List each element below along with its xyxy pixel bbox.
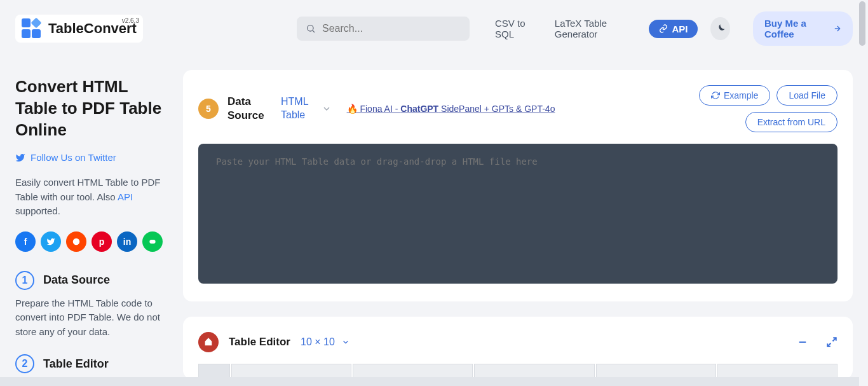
pdf-icon xyxy=(198,332,219,352)
social-row: f p in xyxy=(15,231,168,252)
chevron-down-icon xyxy=(341,338,350,347)
pinterest-icon[interactable]: p xyxy=(92,231,112,252)
logo[interactable]: TableConvert v2.6.3 xyxy=(15,15,143,43)
svg-point-0 xyxy=(308,25,313,31)
step-1-number: 1 xyxy=(15,271,34,290)
step-1-title: Data Source xyxy=(43,273,110,287)
page-title: Convert HTML Table to PDF Table Online xyxy=(15,76,168,141)
arrow-right-icon xyxy=(833,24,841,34)
load-file-button[interactable]: Load File xyxy=(776,85,837,106)
coffee-button[interactable]: Buy Me a Coffee xyxy=(753,11,853,46)
refresh-icon xyxy=(711,91,720,100)
coffee-label: Buy Me a Coffee xyxy=(764,18,827,39)
twitter-link[interactable]: Follow Us on Twitter xyxy=(15,152,168,163)
html5-icon: 5 xyxy=(198,99,219,119)
linkedin-icon[interactable]: in xyxy=(117,231,137,252)
expand-icon[interactable] xyxy=(826,336,837,348)
search-icon xyxy=(306,23,316,34)
step-2-header: 2 Table Editor xyxy=(15,354,168,373)
facebook-icon[interactable]: f xyxy=(15,231,36,252)
sidebar: Convert HTML Table to PDF Table Online F… xyxy=(15,57,168,386)
svg-line-1 xyxy=(313,31,315,32)
twitter-share-icon[interactable] xyxy=(41,231,61,252)
editor-title: Table Editor xyxy=(229,336,290,348)
nav-latex-generator[interactable]: LaTeX Table Generator xyxy=(555,18,629,39)
scrollbar-horizontal[interactable] xyxy=(0,377,859,386)
promo-link[interactable]: 🔥 Fiona AI - ChatGPT SidePanel + GPTs & … xyxy=(347,104,555,114)
version-label: v2.6.3 xyxy=(122,17,139,24)
example-button[interactable]: Example xyxy=(699,85,770,106)
page-description: Easily convert HTML Table to PDF Table w… xyxy=(15,176,168,219)
minimize-icon[interactable] xyxy=(797,336,808,348)
moon-icon xyxy=(715,23,726,34)
theme-toggle[interactable] xyxy=(710,17,730,40)
step-2-title: Table Editor xyxy=(43,357,109,371)
api-label: API xyxy=(672,24,688,34)
step-1-header: 1 Data Source xyxy=(15,271,168,290)
data-source-label: DataSource xyxy=(227,95,272,123)
svg-rect-4 xyxy=(149,240,155,244)
logo-icon xyxy=(22,18,42,39)
scrollbar-vertical[interactable] xyxy=(858,0,867,386)
twitter-icon xyxy=(15,153,25,163)
api-link[interactable]: API xyxy=(118,191,133,202)
source-textarea[interactable] xyxy=(198,144,837,284)
twitter-label: Follow Us on Twitter xyxy=(31,152,116,163)
search-input[interactable] xyxy=(322,23,461,34)
table-editor-card: Table Editor 10 × 10 xyxy=(183,317,853,379)
grid-size-dropdown[interactable]: 10 × 10 xyxy=(301,336,350,348)
link-icon xyxy=(659,24,668,33)
top-header: TableConvert v2.6.3 CSV to SQL LaTeX Tab… xyxy=(0,0,868,57)
source-type-dropdown[interactable]: HTMLTable xyxy=(281,95,332,122)
nav-csv-to-sql[interactable]: CSV to SQL xyxy=(495,18,534,39)
data-source-card: 5 DataSource HTMLTable 🔥 Fiona AI - Chat… xyxy=(183,70,853,301)
chevron-down-icon xyxy=(322,104,332,114)
extract-url-button[interactable]: Extract from URL xyxy=(745,112,837,132)
api-button[interactable]: API xyxy=(649,20,698,38)
step-2-number: 2 xyxy=(15,354,34,373)
search-box[interactable] xyxy=(297,17,470,41)
main-content: 5 DataSource HTMLTable 🔥 Fiona AI - Chat… xyxy=(183,57,853,386)
step-1-desc: Prepare the HTML Table code to convert i… xyxy=(15,296,168,340)
svg-point-3 xyxy=(73,238,80,245)
reddit-icon[interactable] xyxy=(66,231,86,252)
line-icon[interactable] xyxy=(142,231,163,252)
